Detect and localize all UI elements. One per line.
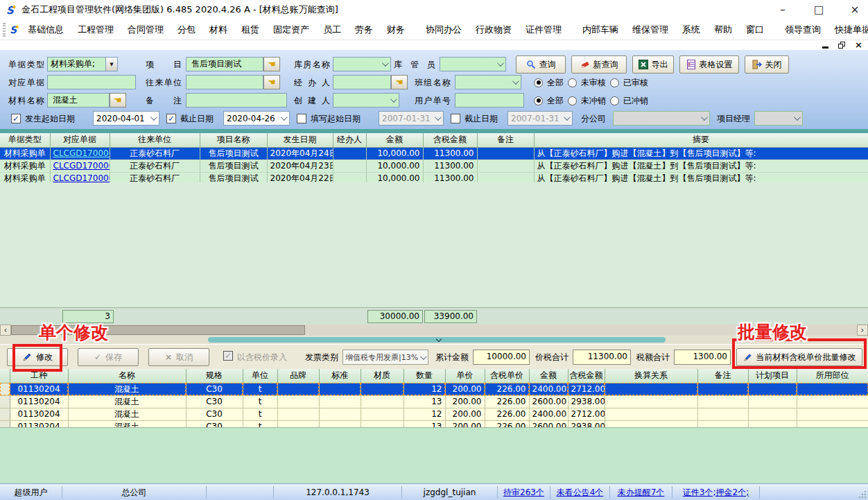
save-button[interactable]: ✓ 保存 [78,348,139,366]
resize-grip[interactable] [858,490,867,499]
menu-item-subcontract[interactable]: 分包 [171,21,202,39]
chevron-down-icon[interactable] [435,114,442,121]
col-qty[interactable]: 数量 [403,369,445,383]
menu-item-internal-vehicles[interactable]: 内部车辆 [576,21,625,39]
fill-start-date[interactable]: 2007-01-31 [379,111,444,126]
menu-item-fixed-assets[interactable]: 固定资产 [267,21,315,39]
menu-item-basic-info[interactable]: 基础信息 [21,21,70,39]
doc-no-link[interactable]: CLCGD170000213 [53,148,110,158]
menu-item-quick-docs[interactable]: 快捷单据 [828,21,868,39]
minimize-icon[interactable]: – [776,3,789,16]
chevron-down-icon[interactable] [701,114,708,121]
menu-item-leader-query[interactable]: 领导查询 [779,21,827,39]
menu-item-collaboration[interactable]: 协同办公 [419,21,468,39]
invoice-type-select[interactable]: 增值税专用发票|13% [342,350,428,365]
project-picker-button[interactable]: ☚ [263,57,280,71]
table-settings-button[interactable]: 表格设置 [679,55,739,74]
menu-item-system[interactable]: 系统 [676,21,706,39]
occur-end-date[interactable]: 2020-04-26 [223,111,290,126]
certificates-deposits-link[interactable]: 证件3个;押金2个; [683,488,749,497]
col-tax-amount[interactable]: 含税金额 [423,133,477,147]
menu-item-material[interactable]: 材料 [203,21,234,39]
counterparty-picker-button[interactable]: ☚ [263,75,280,89]
menu-item-labor[interactable]: 劳务 [349,21,379,39]
related-doc-input[interactable] [51,76,135,89]
menu-item-help[interactable]: 帮助 [708,21,738,39]
agent-field[interactable] [333,75,391,89]
col-summary[interactable]: 摘要 [534,133,868,147]
dropdown-arrow-icon[interactable]: ▼ [105,58,117,71]
unread-announcements-link[interactable]: 未看公告4个 [557,488,604,497]
agent-input[interactable] [336,76,390,89]
chevron-down-icon[interactable] [512,78,519,85]
radio-not-writtenoff[interactable] [568,96,577,105]
menu-item-certificate-mgmt[interactable]: 证件管理 [519,21,568,39]
material-name-input[interactable] [51,94,109,107]
mdi-minimize-icon[interactable] [822,42,828,49]
menu-item-admin-supplies[interactable]: 行政物资 [469,21,518,39]
col-note[interactable]: 备注 [697,369,748,383]
col-used-part[interactable]: 所用部位 [797,369,868,383]
splitter-handle[interactable] [208,337,666,343]
col-project[interactable]: 项目名称 [200,133,267,147]
user-doc-no-field[interactable] [455,93,524,107]
col-spec[interactable]: 规格 [186,369,243,383]
table-row[interactable]: 材料采购单 CLCGD170000214 正泰砂石料厂 售后项目测试 2020年… [0,160,868,172]
col-agent[interactable]: 经办人 [333,133,366,147]
mdi-restore-icon[interactable] [838,42,845,49]
counterparty-field[interactable] [186,75,263,89]
price-tax-total-input[interactable]: 11300.00 [573,350,631,365]
chevron-down-icon[interactable] [382,60,389,67]
export-button[interactable]: 导出 [632,55,674,74]
col-tax-amount[interactable]: 含税金额 [568,369,605,383]
doc-type-combo[interactable]: 材料采购单; ▼ [47,57,118,71]
close-panel-button[interactable]: 关闭 [745,55,789,74]
col-plan-project[interactable]: 计划项目 [748,369,797,383]
col-date[interactable]: 发生日期 [267,133,333,147]
cancel-button[interactable]: × 取消 [148,348,209,366]
occur-end-checkbox[interactable]: ✓ [166,114,176,123]
col-unit[interactable]: 单位 [243,369,277,383]
remark-field[interactable] [186,93,287,107]
table-row[interactable]: 01130204 混凝土 C30 t 12 200.00 226.00 2400… [0,408,868,420]
pending-reminders-link[interactable]: 未办提醒7个 [618,488,665,497]
col-tax-price[interactable]: 含税单价 [485,369,529,383]
chevron-down-icon[interactable] [497,60,504,67]
close-icon[interactable]: × [849,3,861,16]
radio-all[interactable] [534,78,543,87]
menu-item-window[interactable]: 窗口 [740,21,770,39]
menu-item-lease[interactable]: 租赁 [235,21,266,39]
branch-combo[interactable] [613,111,710,126]
fill-end-checkbox[interactable]: ✓ [451,114,460,123]
team-name-combo[interactable] [455,75,521,89]
new-query-button[interactable]: 新查询 [571,55,627,74]
chevron-down-icon[interactable] [390,96,397,103]
col-amount[interactable]: 金额 [529,369,568,383]
agent-picker-button[interactable]: ☚ [391,75,408,89]
warehouse-combo[interactable] [333,57,391,71]
material-name-field[interactable] [47,93,110,107]
radio-audited[interactable] [610,78,619,87]
occur-start-checkbox[interactable]: ✓ [11,114,21,123]
scroll-left-icon[interactable]: ‹ [0,325,11,336]
tax-total-input[interactable]: 1300.00 [674,350,731,365]
remark-input[interactable] [189,94,286,107]
doc-no-link[interactable]: CLCGD170000214 [53,161,110,171]
menu-item-employee[interactable]: 员工 [317,21,347,39]
query-button[interactable]: 查询 [516,55,566,74]
scroll-right-icon[interactable]: › [857,325,868,336]
radio-unaudited[interactable] [568,78,577,87]
mdi-close-icon[interactable]: × [855,42,862,49]
creator-combo[interactable] [333,93,399,107]
cumulative-amount-input[interactable]: 10000.00 [473,350,530,365]
chevron-down-icon[interactable] [150,114,157,121]
col-note[interactable]: 备注 [477,133,534,147]
col-material[interactable]: 材质 [361,369,403,383]
menu-item-maintenance[interactable]: 维保管理 [626,21,675,39]
menu-item-contract-mgmt[interactable]: 合同管理 [121,21,170,39]
tax-price-entry-checkbox[interactable]: ✓ [223,351,233,361]
project-input[interactable] [189,58,263,71]
col-conversion[interactable]: 换算关系 [605,369,697,383]
col-standard[interactable]: 标准 [319,369,361,383]
occur-start-date[interactable]: 2020-04-01 [93,111,159,126]
